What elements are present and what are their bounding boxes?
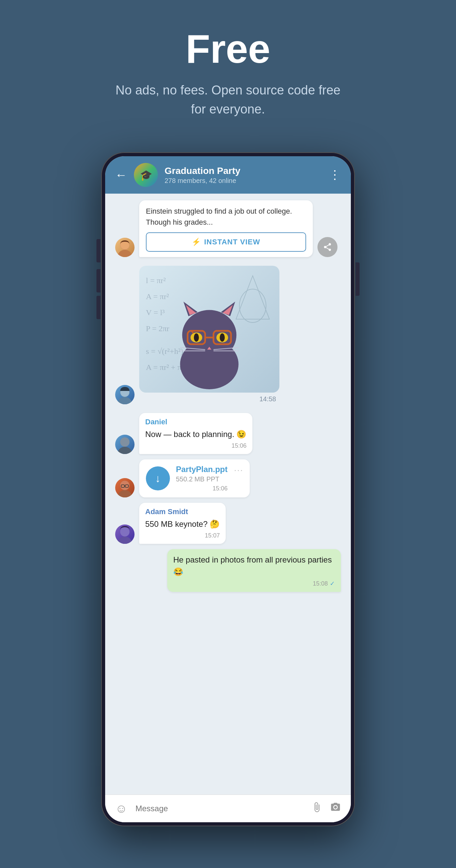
daniel-message-row: Daniel Now — back to planning. 😉 15:06 (115, 413, 341, 454)
file-size: 550.2 MB PPT (176, 475, 228, 483)
svg-point-20 (220, 334, 225, 342)
avatar-daniel (115, 435, 134, 454)
svg-point-1 (118, 250, 132, 257)
svg-point-27 (118, 447, 132, 454)
adam-msg-time: 15:07 (205, 532, 220, 539)
hero-subtitle: No ads, no fees. Open source code free f… (111, 81, 345, 119)
read-receipt-icon: ✓ (330, 580, 335, 587)
file-msg-time: 15:06 (213, 485, 228, 492)
cat-sticker-svg (166, 289, 253, 389)
svg-point-35 (334, 806, 337, 809)
sticker-container: l = πr² A = πr² V = l³ P = 2πr s = √(r²+… (115, 266, 279, 404)
avatar-file-sender (115, 478, 134, 497)
file-message-row: ↓ PartyPlan.ppt 550.2 MB PPT 15:06 ⋯ (115, 459, 341, 497)
share-button[interactable] (317, 237, 337, 257)
adam-sender-name: Adam Smidt (145, 507, 220, 516)
file-name: PartyPlan.ppt (176, 465, 228, 474)
svg-point-28 (120, 481, 129, 490)
adam-message-row: Adam Smidt 550 MB keynote? 🤔 15:07 (115, 503, 341, 544)
avatar-adam (115, 524, 134, 544)
sticker-image: l = πr² A = πr² V = l³ P = 2πr s = √(r²+… (139, 266, 279, 393)
file-msg-meta: 15:06 (176, 485, 228, 492)
file-bubble: ↓ PartyPlan.ppt 550.2 MB PPT 15:06 ⋯ (139, 459, 250, 497)
chat-header: ← 🎓 Graduation Party 278 members, 42 onl… (105, 156, 351, 194)
outgoing-msg-time: 15:08 (313, 580, 328, 587)
download-button[interactable]: ↓ (146, 466, 170, 490)
daniel-msg-time: 15:06 (231, 442, 246, 450)
svg-point-4 (118, 397, 132, 404)
download-arrow-icon: ↓ (155, 472, 160, 485)
daniel-msg-meta: 15:06 (145, 442, 246, 450)
hero-section: Free No ads, no fees. Open source code f… (0, 0, 456, 139)
svg-point-26 (120, 437, 129, 447)
group-avatar: 🎓 (134, 163, 158, 187)
outgoing-message-text: He pasted in photos from all previous pa… (173, 554, 335, 578)
hero-title: Free (186, 27, 270, 71)
input-bar: ☺ (105, 795, 351, 822)
svg-point-33 (120, 527, 129, 536)
spacer (115, 597, 341, 624)
daniel-message-text: Now — back to planning. 😉 (145, 428, 246, 440)
daniel-bubble: Daniel Now — back to planning. 😉 15:06 (139, 413, 252, 454)
group-info-container: Graduation Party 278 members, 42 online (164, 165, 322, 185)
lightning-icon: ⚡ (192, 238, 201, 246)
adam-bubble: Adam Smidt 550 MB keynote? 🤔 15:07 (139, 503, 226, 544)
more-button[interactable]: ⋮ (329, 168, 341, 182)
svg-point-29 (118, 490, 132, 497)
back-button[interactable]: ← (115, 168, 127, 182)
adam-message-text: 550 MB keynote? 🤔 (145, 518, 220, 530)
iv-bubble: Einstein struggled to find a job out of … (139, 200, 313, 257)
outgoing-message-row: He pasted in photos from all previous pa… (115, 549, 341, 592)
avatar-man1 (115, 385, 134, 404)
group-name: Graduation Party (164, 165, 322, 176)
iv-message-row: Einstein struggled to find a job out of … (115, 200, 341, 257)
instant-view-button[interactable]: ⚡ INSTANT VIEW (146, 232, 306, 252)
sticker-area: l = πr² A = πr² V = l³ P = 2πr s = √(r²+… (115, 266, 341, 404)
svg-point-34 (118, 536, 132, 544)
phone-screen: ← 🎓 Graduation Party 278 members, 42 onl… (105, 156, 351, 822)
camera-button[interactable] (330, 802, 341, 815)
phone-wrapper: ← 🎓 Graduation Party 278 members, 42 onl… (101, 152, 355, 826)
sticker-time: 14:58 (139, 393, 279, 404)
iv-button-label: INSTANT VIEW (204, 238, 260, 246)
file-more-button[interactable]: ⋯ (234, 465, 243, 476)
phone-frame: ← 🎓 Graduation Party 278 members, 42 onl… (101, 152, 355, 826)
message-input[interactable] (135, 804, 303, 813)
adam-msg-meta: 15:07 (145, 532, 220, 539)
chat-body: Einstein struggled to find a job out of … (105, 194, 351, 795)
outgoing-msg-meta: 15:08 ✓ (173, 580, 335, 587)
group-members: 278 members, 42 online (164, 177, 322, 185)
iv-text: Einstein struggled to find a job out of … (146, 206, 306, 228)
attach-button[interactable] (311, 802, 322, 815)
outgoing-bubble: He pasted in photos from all previous pa… (167, 549, 341, 592)
file-info: PartyPlan.ppt 550.2 MB PPT 15:06 (176, 465, 228, 492)
avatar-woman (115, 238, 134, 257)
daniel-sender-name: Daniel (145, 417, 246, 426)
svg-point-9 (182, 310, 237, 360)
svg-point-19 (194, 334, 199, 342)
emoji-button[interactable]: ☺ (115, 802, 127, 815)
